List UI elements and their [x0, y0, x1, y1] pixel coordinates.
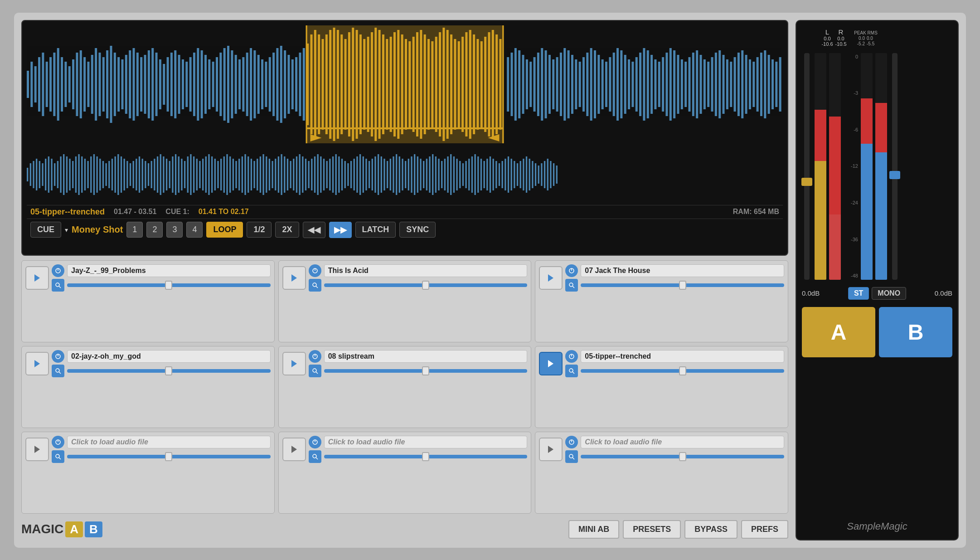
slot-2-3-zoom[interactable]: [565, 365, 578, 377]
half-button[interactable]: 1/2: [247, 222, 272, 238]
slot-3-1-controls: [52, 450, 271, 463]
slot-1-2-name[interactable]: This Is Acid: [324, 264, 528, 277]
slot-3-3-slider[interactable]: [581, 455, 784, 458]
slot-1-2-play[interactable]: [282, 266, 306, 290]
slot-1-1-slider[interactable]: [67, 283, 271, 287]
scale-12: -12: [851, 163, 858, 169]
slot-2-2-power[interactable]: [309, 350, 321, 363]
slot-3-2-slider[interactable]: [324, 455, 528, 458]
logo-b[interactable]: B: [85, 521, 102, 537]
slot-1-2-zoom[interactable]: [309, 279, 321, 292]
slot-3-2-zoom[interactable]: [309, 450, 321, 463]
back-button[interactable]: ◀◀: [303, 222, 325, 238]
play-loop-button[interactable]: ▶▶: [329, 222, 352, 238]
slot-2-2-thumb[interactable]: [422, 366, 429, 375]
svg-rect-332: [411, 156, 412, 193]
slot-3-3: Click to load audio file: [535, 432, 788, 514]
presets-button[interactable]: PRESETS: [623, 520, 681, 539]
waveform-time-range: 01.47 - 03.51: [114, 208, 156, 216]
svg-rect-341: [438, 159, 439, 190]
slot-3-2-thumb[interactable]: [422, 452, 429, 461]
slot-1-1-zoom[interactable]: [52, 279, 64, 292]
slot-3-3-thumb[interactable]: [679, 452, 686, 461]
svg-rect-107: [427, 39, 430, 130]
slot-3-1-thumb[interactable]: [165, 452, 172, 461]
left-fader-handle[interactable]: [801, 178, 812, 186]
slot-3-3-zoom[interactable]: [565, 450, 578, 463]
slot-1-3-power[interactable]: [565, 264, 578, 277]
slot-1-3-zoom[interactable]: [565, 279, 578, 292]
latch-button[interactable]: LATCH: [355, 222, 396, 238]
a-button[interactable]: A: [802, 307, 875, 357]
slot-1-1-thumb[interactable]: [165, 281, 172, 290]
slot-1-3-play[interactable]: [539, 266, 563, 290]
st-button[interactable]: ST: [848, 287, 869, 300]
slot-3-1-zoom[interactable]: [52, 450, 64, 463]
slot-1-2-thumb[interactable]: [422, 281, 429, 290]
slot-2-1-power[interactable]: [52, 350, 64, 363]
slot-3-2-power[interactable]: [309, 436, 321, 448]
slot-1-3-name[interactable]: 07 Jack The House: [581, 264, 784, 277]
slot-2-3-power[interactable]: [565, 350, 578, 363]
slot-3-1-slider[interactable]: [67, 455, 271, 458]
slot-1-1-play[interactable]: [25, 266, 49, 290]
slot-3-3-power[interactable]: [565, 436, 578, 448]
bypass-button[interactable]: BYPASS: [684, 520, 737, 539]
slot-2-2-name[interactable]: 08 slipstream: [324, 350, 528, 363]
slot-3-3-name[interactable]: Click to load audio file: [581, 436, 784, 448]
slot-3-1-power[interactable]: [52, 436, 64, 448]
slot-3-2-name[interactable]: Click to load audio file: [324, 436, 528, 448]
slot-2-1-thumb[interactable]: [165, 366, 172, 375]
slot-1-1-name[interactable]: Jay-Z_-_99_Problems: [67, 264, 271, 277]
loop-button[interactable]: LOOP: [206, 222, 243, 238]
b-button[interactable]: B: [879, 307, 952, 357]
svg-rect-149: [590, 48, 592, 121]
mini-ab-button[interactable]: MINI AB: [568, 520, 619, 539]
slot-3-1-name[interactable]: Click to load audio file: [67, 436, 271, 448]
slot-2-2-play[interactable]: [282, 352, 306, 375]
right-fader-handle[interactable]: [889, 171, 900, 179]
slot-2-2-slider[interactable]: [324, 369, 528, 373]
slot-2-1-zoom[interactable]: [52, 365, 64, 377]
cue-button[interactable]: CUE: [30, 222, 61, 238]
meter-r-text: R: [834, 28, 847, 36]
slot-2-1-slider[interactable]: [67, 369, 271, 373]
slot-1-2-power[interactable]: [309, 264, 321, 277]
slot-2-3-play[interactable]: [539, 352, 563, 375]
svg-rect-304: [326, 161, 328, 188]
slot-1-3-thumb[interactable]: [679, 281, 686, 290]
logo-a[interactable]: A: [65, 521, 83, 537]
sync-button[interactable]: SYNC: [399, 222, 436, 238]
cue-num-1[interactable]: 1: [126, 222, 143, 238]
cue-dropdown-icon[interactable]: ▾: [65, 226, 68, 234]
svg-rect-353: [474, 154, 475, 195]
magic-logo: MAGIC A B: [21, 521, 102, 537]
svg-rect-238: [126, 161, 128, 188]
mono-button[interactable]: MONO: [872, 287, 906, 300]
svg-rect-133: [529, 62, 532, 107]
svg-rect-242: [139, 156, 140, 193]
cue-num-2[interactable]: 2: [146, 222, 163, 238]
slot-3-2-play[interactable]: [282, 438, 306, 461]
svg-rect-284: [266, 156, 267, 193]
slot-2-3-slider[interactable]: [581, 369, 784, 373]
cue-num-4[interactable]: 4: [186, 222, 203, 238]
svg-rect-36: [163, 64, 165, 105]
slot-2-3-name[interactable]: 05-tipper--trenched: [581, 350, 784, 363]
svg-rect-250: [163, 156, 164, 193]
cue-num-3[interactable]: 3: [166, 222, 183, 238]
slot-1-1-power[interactable]: [52, 264, 64, 277]
slot-2-1-name[interactable]: 02-jay-z-oh_my_god: [67, 350, 271, 363]
slot-2-3-thumb[interactable]: [679, 366, 686, 375]
slot-1-3-slider[interactable]: [581, 283, 784, 287]
slot-3-1-play[interactable]: [25, 438, 49, 461]
slot-3-3-play[interactable]: [539, 438, 563, 461]
prefs-button[interactable]: PREFS: [741, 520, 788, 539]
two-x-button[interactable]: 2X: [275, 222, 299, 238]
power-icon: [312, 268, 318, 274]
slot-1-2-slider[interactable]: [324, 283, 528, 287]
slot-2-2-zoom[interactable]: [309, 365, 321, 377]
svg-rect-344: [447, 156, 448, 193]
svg-rect-351: [468, 159, 470, 190]
slot-2-1-play[interactable]: [25, 352, 49, 375]
